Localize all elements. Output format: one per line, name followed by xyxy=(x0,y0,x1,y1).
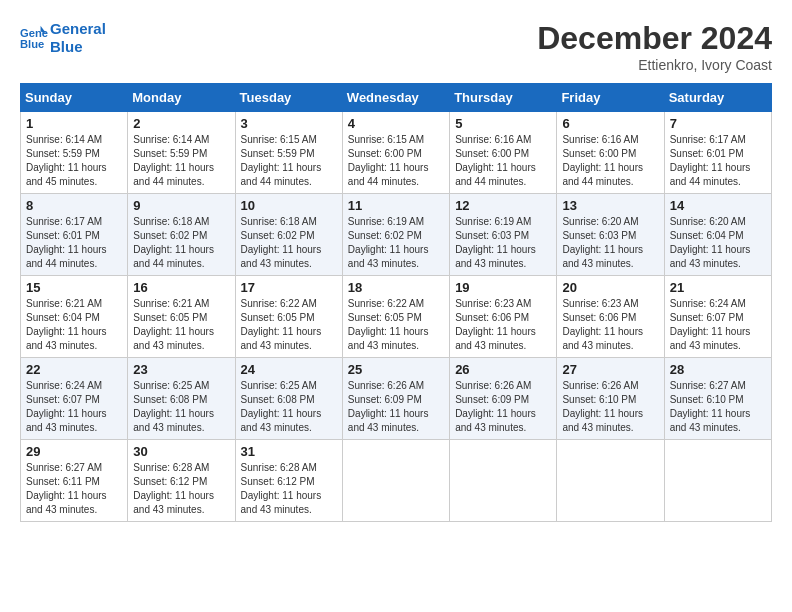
weekday-header-monday: Monday xyxy=(128,84,235,112)
day-detail: Sunrise: 6:15 AMSunset: 6:00 PMDaylight:… xyxy=(348,133,444,189)
calendar-cell: 21Sunrise: 6:24 AMSunset: 6:07 PMDayligh… xyxy=(664,276,771,358)
day-detail: Sunrise: 6:22 AMSunset: 6:05 PMDaylight:… xyxy=(348,297,444,353)
weekday-header-tuesday: Tuesday xyxy=(235,84,342,112)
weekday-header-thursday: Thursday xyxy=(450,84,557,112)
day-number: 4 xyxy=(348,116,444,131)
calendar-cell: 20Sunrise: 6:23 AMSunset: 6:06 PMDayligh… xyxy=(557,276,664,358)
calendar-cell: 4Sunrise: 6:15 AMSunset: 6:00 PMDaylight… xyxy=(342,112,449,194)
day-detail: Sunrise: 6:17 AMSunset: 6:01 PMDaylight:… xyxy=(670,133,766,189)
day-number: 12 xyxy=(455,198,551,213)
day-detail: Sunrise: 6:23 AMSunset: 6:06 PMDaylight:… xyxy=(455,297,551,353)
day-detail: Sunrise: 6:27 AMSunset: 6:11 PMDaylight:… xyxy=(26,461,122,517)
calendar-cell: 9Sunrise: 6:18 AMSunset: 6:02 PMDaylight… xyxy=(128,194,235,276)
day-detail: Sunrise: 6:16 AMSunset: 6:00 PMDaylight:… xyxy=(455,133,551,189)
calendar-cell: 22Sunrise: 6:24 AMSunset: 6:07 PMDayligh… xyxy=(21,358,128,440)
day-detail: Sunrise: 6:28 AMSunset: 6:12 PMDaylight:… xyxy=(133,461,229,517)
day-detail: Sunrise: 6:25 AMSunset: 6:08 PMDaylight:… xyxy=(133,379,229,435)
calendar-body: 1Sunrise: 6:14 AMSunset: 5:59 PMDaylight… xyxy=(21,112,772,522)
weekday-header-saturday: Saturday xyxy=(664,84,771,112)
day-detail: Sunrise: 6:16 AMSunset: 6:00 PMDaylight:… xyxy=(562,133,658,189)
day-number: 6 xyxy=(562,116,658,131)
day-detail: Sunrise: 6:14 AMSunset: 5:59 PMDaylight:… xyxy=(26,133,122,189)
day-detail: Sunrise: 6:20 AMSunset: 6:03 PMDaylight:… xyxy=(562,215,658,271)
day-detail: Sunrise: 6:21 AMSunset: 6:05 PMDaylight:… xyxy=(133,297,229,353)
calendar-week-row: 8Sunrise: 6:17 AMSunset: 6:01 PMDaylight… xyxy=(21,194,772,276)
day-detail: Sunrise: 6:22 AMSunset: 6:05 PMDaylight:… xyxy=(241,297,337,353)
calendar-cell: 15Sunrise: 6:21 AMSunset: 6:04 PMDayligh… xyxy=(21,276,128,358)
day-detail: Sunrise: 6:24 AMSunset: 6:07 PMDaylight:… xyxy=(26,379,122,435)
day-number: 26 xyxy=(455,362,551,377)
calendar-cell xyxy=(342,440,449,522)
calendar-cell: 28Sunrise: 6:27 AMSunset: 6:10 PMDayligh… xyxy=(664,358,771,440)
day-detail: Sunrise: 6:17 AMSunset: 6:01 PMDaylight:… xyxy=(26,215,122,271)
day-number: 11 xyxy=(348,198,444,213)
day-detail: Sunrise: 6:28 AMSunset: 6:12 PMDaylight:… xyxy=(241,461,337,517)
calendar-cell: 10Sunrise: 6:18 AMSunset: 6:02 PMDayligh… xyxy=(235,194,342,276)
day-number: 5 xyxy=(455,116,551,131)
day-number: 15 xyxy=(26,280,122,295)
calendar-cell: 12Sunrise: 6:19 AMSunset: 6:03 PMDayligh… xyxy=(450,194,557,276)
weekday-header-friday: Friday xyxy=(557,84,664,112)
day-number: 8 xyxy=(26,198,122,213)
day-number: 28 xyxy=(670,362,766,377)
day-detail: Sunrise: 6:26 AMSunset: 6:09 PMDaylight:… xyxy=(455,379,551,435)
title-block: December 2024 Ettienkro, Ivory Coast xyxy=(537,20,772,73)
calendar-cell: 1Sunrise: 6:14 AMSunset: 5:59 PMDaylight… xyxy=(21,112,128,194)
day-detail: Sunrise: 6:26 AMSunset: 6:10 PMDaylight:… xyxy=(562,379,658,435)
day-number: 30 xyxy=(133,444,229,459)
weekday-header-wednesday: Wednesday xyxy=(342,84,449,112)
day-number: 3 xyxy=(241,116,337,131)
weekday-header-sunday: Sunday xyxy=(21,84,128,112)
day-number: 14 xyxy=(670,198,766,213)
page-header: General Blue General Blue December 2024 … xyxy=(20,20,772,73)
day-number: 25 xyxy=(348,362,444,377)
calendar-week-row: 22Sunrise: 6:24 AMSunset: 6:07 PMDayligh… xyxy=(21,358,772,440)
calendar-cell: 30Sunrise: 6:28 AMSunset: 6:12 PMDayligh… xyxy=(128,440,235,522)
logo-line2: Blue xyxy=(50,38,106,56)
calendar-week-row: 1Sunrise: 6:14 AMSunset: 5:59 PMDaylight… xyxy=(21,112,772,194)
calendar-cell: 31Sunrise: 6:28 AMSunset: 6:12 PMDayligh… xyxy=(235,440,342,522)
day-detail: Sunrise: 6:14 AMSunset: 5:59 PMDaylight:… xyxy=(133,133,229,189)
day-detail: Sunrise: 6:18 AMSunset: 6:02 PMDaylight:… xyxy=(241,215,337,271)
location-subtitle: Ettienkro, Ivory Coast xyxy=(537,57,772,73)
day-number: 9 xyxy=(133,198,229,213)
day-number: 20 xyxy=(562,280,658,295)
calendar-cell: 2Sunrise: 6:14 AMSunset: 5:59 PMDaylight… xyxy=(128,112,235,194)
logo-icon: General Blue xyxy=(20,24,48,52)
calendar-table: SundayMondayTuesdayWednesdayThursdayFrid… xyxy=(20,83,772,522)
day-number: 2 xyxy=(133,116,229,131)
calendar-cell: 27Sunrise: 6:26 AMSunset: 6:10 PMDayligh… xyxy=(557,358,664,440)
day-detail: Sunrise: 6:23 AMSunset: 6:06 PMDaylight:… xyxy=(562,297,658,353)
day-number: 31 xyxy=(241,444,337,459)
day-number: 29 xyxy=(26,444,122,459)
day-detail: Sunrise: 6:26 AMSunset: 6:09 PMDaylight:… xyxy=(348,379,444,435)
day-detail: Sunrise: 6:19 AMSunset: 6:03 PMDaylight:… xyxy=(455,215,551,271)
day-number: 7 xyxy=(670,116,766,131)
calendar-cell: 18Sunrise: 6:22 AMSunset: 6:05 PMDayligh… xyxy=(342,276,449,358)
day-number: 18 xyxy=(348,280,444,295)
calendar-cell: 26Sunrise: 6:26 AMSunset: 6:09 PMDayligh… xyxy=(450,358,557,440)
svg-text:General: General xyxy=(20,27,48,39)
calendar-cell xyxy=(557,440,664,522)
logo: General Blue General Blue xyxy=(20,20,106,56)
day-number: 24 xyxy=(241,362,337,377)
day-number: 10 xyxy=(241,198,337,213)
svg-text:Blue: Blue xyxy=(20,38,44,50)
calendar-cell: 14Sunrise: 6:20 AMSunset: 6:04 PMDayligh… xyxy=(664,194,771,276)
calendar-cell: 6Sunrise: 6:16 AMSunset: 6:00 PMDaylight… xyxy=(557,112,664,194)
logo-line1: General xyxy=(50,20,106,38)
calendar-cell: 8Sunrise: 6:17 AMSunset: 6:01 PMDaylight… xyxy=(21,194,128,276)
calendar-cell: 3Sunrise: 6:15 AMSunset: 5:59 PMDaylight… xyxy=(235,112,342,194)
calendar-cell: 25Sunrise: 6:26 AMSunset: 6:09 PMDayligh… xyxy=(342,358,449,440)
calendar-cell: 7Sunrise: 6:17 AMSunset: 6:01 PMDaylight… xyxy=(664,112,771,194)
calendar-cell: 17Sunrise: 6:22 AMSunset: 6:05 PMDayligh… xyxy=(235,276,342,358)
day-number: 27 xyxy=(562,362,658,377)
day-detail: Sunrise: 6:20 AMSunset: 6:04 PMDaylight:… xyxy=(670,215,766,271)
calendar-header-row: SundayMondayTuesdayWednesdayThursdayFrid… xyxy=(21,84,772,112)
month-title: December 2024 xyxy=(537,20,772,57)
day-number: 22 xyxy=(26,362,122,377)
day-number: 1 xyxy=(26,116,122,131)
calendar-cell: 24Sunrise: 6:25 AMSunset: 6:08 PMDayligh… xyxy=(235,358,342,440)
calendar-cell: 23Sunrise: 6:25 AMSunset: 6:08 PMDayligh… xyxy=(128,358,235,440)
day-number: 16 xyxy=(133,280,229,295)
